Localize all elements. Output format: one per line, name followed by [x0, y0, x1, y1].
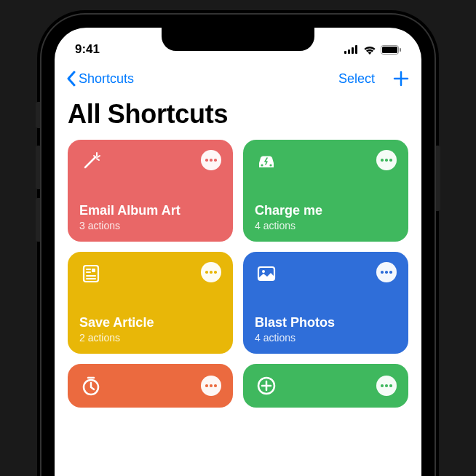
more-icon — [381, 159, 392, 162]
more-icon — [205, 384, 217, 387]
photo-icon — [255, 262, 278, 285]
svg-rect-10 — [92, 269, 95, 272]
phone-frame: 9:41 — [41, 15, 435, 476]
tile-title: Charge me — [255, 203, 397, 218]
wifi-icon — [363, 45, 376, 55]
more-icon — [381, 271, 392, 274]
svg-rect-2 — [352, 47, 354, 54]
more-button[interactable] — [376, 150, 397, 170]
shortcut-tile[interactable]: Blast Photos4 actions — [243, 252, 408, 354]
page-title: All Shortcuts — [68, 99, 408, 130]
more-button[interactable] — [376, 262, 397, 282]
tile-subtitle: 3 actions — [79, 220, 221, 231]
shortcut-tile[interactable]: Charge me4 actions — [243, 140, 408, 242]
nav-bar: Shortcuts Select — [55, 63, 421, 95]
tile-title: Blast Photos — [255, 315, 397, 330]
svg-point-7 — [261, 164, 263, 166]
title-area: All Shortcuts — [55, 95, 421, 140]
status-icons — [344, 45, 401, 55]
volume-up-button — [36, 146, 40, 189]
tile-subtitle: 2 actions — [79, 332, 221, 344]
timer-icon — [79, 374, 103, 397]
volume-down-button — [36, 198, 40, 242]
svg-rect-1 — [348, 49, 350, 54]
screen: 9:41 — [55, 28, 421, 476]
more-button[interactable] — [201, 376, 221, 396]
svg-point-8 — [269, 164, 271, 166]
shortcut-tile[interactable]: Email Album Art3 actions — [68, 140, 233, 242]
shortcut-tile[interactable] — [68, 364, 233, 408]
back-button[interactable]: Shortcuts — [66, 71, 134, 87]
svg-rect-5 — [382, 47, 397, 53]
more-icon — [205, 159, 217, 162]
battery-icon — [381, 45, 401, 55]
select-button[interactable]: Select — [338, 71, 375, 87]
shortcut-tile[interactable]: Save Article2 actions — [68, 252, 233, 354]
svg-rect-6 — [400, 48, 401, 52]
status-time: 9:41 — [75, 42, 100, 57]
shortcut-grid: Email Album Art3 actionsCharge me4 actio… — [55, 140, 421, 408]
cellular-icon — [344, 45, 359, 54]
car-icon — [255, 150, 278, 173]
back-label: Shortcuts — [79, 71, 134, 87]
wand-icon — [79, 150, 103, 173]
more-button[interactable] — [376, 376, 397, 396]
mute-switch — [36, 102, 40, 128]
tile-title: Email Album Art — [79, 203, 221, 218]
tile-subtitle: 4 actions — [255, 220, 397, 231]
more-button[interactable] — [201, 150, 221, 170]
svg-rect-3 — [355, 45, 357, 54]
chevron-left-icon — [66, 71, 76, 87]
shortcut-tile[interactable] — [243, 364, 408, 408]
more-button[interactable] — [201, 262, 221, 282]
article-icon — [79, 262, 103, 285]
more-icon — [205, 271, 217, 274]
power-button — [436, 146, 440, 211]
plus-icon — [392, 70, 410, 87]
notch — [162, 28, 314, 51]
svg-rect-0 — [344, 51, 346, 54]
more-icon — [381, 384, 392, 387]
tile-title: Save Article — [79, 315, 221, 330]
svg-point-12 — [262, 270, 265, 273]
add-button[interactable] — [392, 70, 410, 87]
plus-circle-icon — [255, 374, 278, 397]
tile-subtitle: 4 actions — [255, 332, 397, 344]
